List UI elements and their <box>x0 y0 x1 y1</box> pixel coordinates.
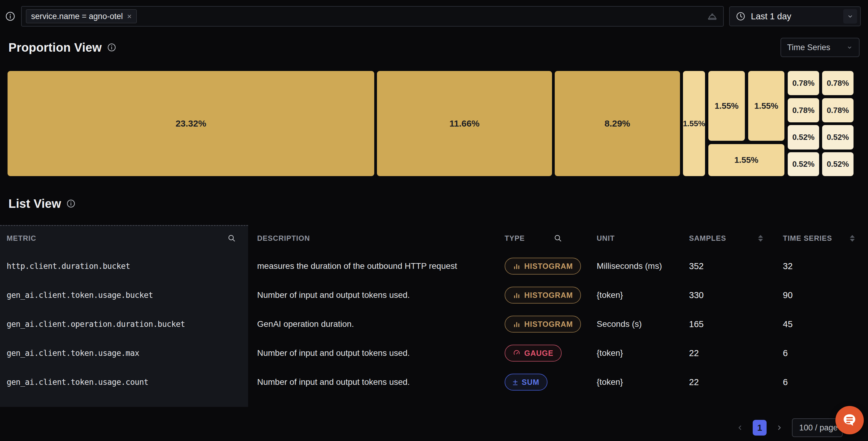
type-badge-histogram: HISTOGRAM <box>505 316 581 332</box>
type-badge-histogram: HISTOGRAM <box>505 287 581 303</box>
top-bar: service.name = agno-otel × Last 1 day <box>0 0 868 27</box>
list-view-header: List View <box>0 193 868 214</box>
proportion-view-title: Proportion View <box>8 41 102 54</box>
table-row-metric[interactable]: http.client.duration.bucket <box>0 252 248 281</box>
type-badge-histogram: HISTOGRAM <box>505 258 581 274</box>
table-row-unit: Seconds (s) <box>597 310 689 339</box>
proportion-info-icon[interactable] <box>107 43 116 52</box>
table-row-samples: 22 <box>689 339 783 368</box>
metrics-table: METRIC DESCRIPTION TYPE UNIT SAMPLES <box>0 225 868 407</box>
helmet-icon[interactable] <box>707 11 718 22</box>
time-range-picker[interactable]: Last 1 day <box>729 6 861 26</box>
treemap-tile[interactable]: 0.78% <box>822 98 854 122</box>
filter-info-icon[interactable] <box>5 11 16 22</box>
tile-label: 1.55% <box>715 101 739 111</box>
clock-icon <box>736 11 745 21</box>
table-row-unit: Milliseconds (ms) <box>597 252 689 281</box>
table-row-unit: {token} <box>597 368 689 396</box>
tile-label: 0.52% <box>827 133 849 142</box>
sort-icon[interactable] <box>758 235 763 242</box>
chat-icon <box>841 412 858 428</box>
treemap-tile[interactable]: 0.52% <box>788 152 819 176</box>
treemap-tile[interactable]: 1.55% <box>708 144 784 176</box>
table-row-time-series: 32 <box>783 252 868 281</box>
table-row-type: GAUGE <box>503 339 597 368</box>
table-row-type: HISTOGRAM <box>503 310 597 339</box>
list-info-icon[interactable] <box>66 199 75 208</box>
tile-label: 0.52% <box>792 159 814 169</box>
treemap-tile[interactable]: 0.78% <box>822 71 854 95</box>
table-row-metric[interactable]: gen_ai.client.token.usage.count <box>0 368 248 396</box>
treemap-tile[interactable]: 23.32% <box>7 71 374 176</box>
treemap-tile[interactable]: 1.55% <box>748 71 784 141</box>
next-page-icon[interactable] <box>776 424 783 431</box>
column-header-unit[interactable]: UNIT <box>597 225 689 252</box>
treemap-tile[interactable]: 0.78% <box>788 98 819 122</box>
table-row-type: ± SUM <box>503 368 597 396</box>
tile-label: 1.55% <box>683 119 705 128</box>
filter-tag-label: service.name = agno-otel <box>31 12 123 21</box>
chevron-down-icon <box>846 44 853 51</box>
remove-filter-icon[interactable]: × <box>127 12 132 20</box>
table-row-metric[interactable]: gen_ai.client.token.usage.bucket <box>0 281 248 310</box>
treemap-tile[interactable]: 0.78% <box>788 71 819 95</box>
table-row-description: Number of input and output tokens used. <box>248 281 503 310</box>
list-view-title: List View <box>8 197 61 210</box>
table-row-description: GenAI operation duration. <box>248 310 503 339</box>
chat-widget-button[interactable] <box>835 406 864 434</box>
tile-label: 8.29% <box>604 118 630 129</box>
tile-label: 0.52% <box>827 159 849 169</box>
table-row-metric[interactable]: gen_ai.client.token.usage.max <box>0 339 248 368</box>
pagination: 1 100 / page <box>0 418 868 437</box>
prev-page-icon[interactable] <box>736 424 744 431</box>
column-header-metric[interactable]: METRIC <box>0 225 248 252</box>
time-range-value: Last 1 day <box>751 11 838 22</box>
table-row-type: HISTOGRAM <box>503 252 597 281</box>
column-header-time-series[interactable]: TIME SERIES <box>783 225 868 252</box>
search-icon[interactable] <box>554 234 562 242</box>
tile-label: 0.78% <box>792 106 814 115</box>
sort-icon[interactable] <box>850 235 855 242</box>
tile-label: 0.78% <box>792 79 814 88</box>
type-badge-gauge: GAUGE <box>505 345 562 361</box>
table-row-time-series: 45 <box>783 310 868 339</box>
treemap-tile[interactable]: 8.29% <box>555 71 680 176</box>
table-row-metric[interactable]: gen_ai.client.operation.duration.bucket <box>0 310 248 339</box>
proportion-view-header: Proportion View Time Series <box>0 37 868 58</box>
histogram-icon <box>513 291 521 299</box>
table-row-description: Number of input and output tokens used. <box>248 368 503 396</box>
histogram-icon <box>513 320 521 328</box>
filter-tag[interactable]: service.name = agno-otel × <box>26 9 137 23</box>
column-header-description[interactable]: DESCRIPTION <box>248 225 503 252</box>
tile-label: 0.52% <box>792 133 814 142</box>
sum-icon: ± <box>513 378 518 387</box>
page-size-select[interactable]: 100 / page <box>792 418 843 437</box>
treemap-tile[interactable]: 0.52% <box>822 152 854 176</box>
view-type-value: Time Series <box>787 43 846 52</box>
treemap-tile[interactable]: 0.52% <box>822 125 854 149</box>
treemap-tile[interactable]: 0.52% <box>788 125 819 149</box>
search-icon[interactable] <box>227 234 236 242</box>
view-type-select[interactable]: Time Series <box>780 38 860 57</box>
time-range-caret[interactable] <box>843 9 857 24</box>
tile-label: 0.78% <box>827 79 849 88</box>
query-filter-input[interactable]: service.name = agno-otel × <box>21 6 724 27</box>
table-row-samples: 330 <box>689 281 783 310</box>
treemap-tile[interactable]: 11.66% <box>377 71 552 176</box>
table-row-samples: 22 <box>689 368 783 396</box>
tile-label: 11.66% <box>450 118 479 129</box>
treemap-tile[interactable]: 1.55% <box>683 71 705 176</box>
gauge-icon <box>513 349 521 357</box>
column-header-type[interactable]: TYPE <box>503 225 597 252</box>
treemap-tile[interactable]: 1.55% <box>708 71 745 141</box>
histogram-icon <box>513 262 521 270</box>
column-header-samples[interactable]: SAMPLES <box>689 225 783 252</box>
tile-label: 1.55% <box>754 101 778 111</box>
table-row-time-series: 6 <box>783 368 868 396</box>
page-button-1[interactable]: 1 <box>753 420 767 436</box>
metrics-explorer-page: service.name = agno-otel × Last 1 day <box>0 0 868 441</box>
proportion-treemap: 23.32% 11.66% 8.29% 1.55% 1.55% 1.55% 1.… <box>7 71 854 176</box>
table-row-type: HISTOGRAM <box>503 281 597 310</box>
table-row-description: Number of input and output tokens used. <box>248 339 503 368</box>
table-row-samples: 352 <box>689 252 783 281</box>
